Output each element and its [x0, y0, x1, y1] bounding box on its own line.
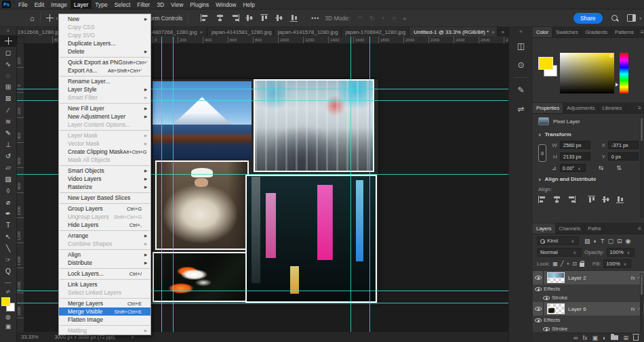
- filter-adjustment-layers-icon[interactable]: ◐: [594, 238, 597, 244]
- layer-thumbnail[interactable]: [547, 272, 565, 283]
- 3d-roll-icon[interactable]: ↻: [369, 15, 375, 22]
- tab-close-icon[interactable]: ×: [199, 29, 203, 35]
- share-button[interactable]: Share: [573, 13, 603, 24]
- filter-pixel-layers-icon[interactable]: ▨: [584, 238, 590, 244]
- new-group-icon[interactable]: [611, 335, 618, 340]
- hand-tool-icon[interactable]: ☞: [0, 254, 17, 265]
- scrollbar[interactable]: [640, 116, 643, 218]
- align-center-icon[interactable]: [552, 196, 561, 203]
- marquee-tool-icon[interactable]: ◻: [0, 47, 17, 58]
- menu-help[interactable]: Help: [239, 0, 258, 9]
- properties-tab-properties[interactable]: Properties: [533, 103, 563, 113]
- align-left-icon[interactable]: [538, 196, 547, 203]
- 3d-slide-icon[interactable]: ⊹: [392, 15, 397, 22]
- brush-tool-icon[interactable]: ✎: [0, 127, 17, 139]
- color-tab-color[interactable]: Color: [533, 27, 552, 37]
- tab-overflow-icon[interactable]: »: [498, 27, 508, 37]
- menu-image[interactable]: Image: [47, 0, 71, 9]
- menu-item-link-layers[interactable]: Link Layers: [59, 280, 150, 288]
- 3d-orbit-icon[interactable]: ◠: [357, 15, 363, 22]
- menu-filter[interactable]: Filter: [134, 0, 153, 9]
- align-top-icon[interactable]: [588, 196, 597, 203]
- visibility-toggle[interactable]: [533, 302, 544, 316]
- dock-expand-icon[interactable]: «: [519, 27, 522, 37]
- panel-menu-icon[interactable]: ≡: [635, 223, 644, 234]
- menu-item-lock-layers[interactable]: Lock Layers...Ctrl+/: [59, 270, 150, 278]
- line-tool-icon[interactable]: ╲: [0, 242, 17, 254]
- color-tab-gradients[interactable]: Gradients: [582, 27, 611, 37]
- menu-3d[interactable]: 3D: [153, 0, 167, 9]
- menu-item-flatten-image[interactable]: Flatten Image: [59, 316, 150, 324]
- document-canvas[interactable]: [153, 79, 378, 305]
- 3d-pan-icon[interactable]: +: [381, 15, 384, 22]
- color-picker-marker[interactable]: [609, 54, 613, 58]
- menu-view[interactable]: View: [167, 0, 186, 9]
- filter-shape-layers-icon[interactable]: ▢: [607, 238, 613, 244]
- crop-tool-icon[interactable]: ⊞: [0, 81, 17, 93]
- hue-slider[interactable]: [620, 53, 628, 93]
- menu-item-arrange[interactable]: Arrange▶: [59, 232, 150, 240]
- chevron-down-icon[interactable]: ∨: [639, 16, 642, 20]
- flip-vertical-icon[interactable]: ⇅: [616, 165, 622, 171]
- layer-effect-row[interactable]: Effects: [533, 316, 644, 324]
- pen-tool-icon[interactable]: ✒: [0, 208, 17, 219]
- eyedropper-tool-icon[interactable]: ∕: [0, 104, 17, 116]
- swap-colors-icon[interactable]: ⇄: [6, 288, 10, 295]
- document-tab-4[interactable]: japan-4141578_1280.jpg×: [274, 27, 342, 37]
- link-layers-icon[interactable]: ∞: [573, 335, 578, 341]
- fill-field[interactable]: 100% ∨: [603, 259, 631, 268]
- quick-mask-icon[interactable]: ◍: [5, 312, 11, 322]
- new-adjustment-layer-icon[interactable]: ◐: [603, 335, 606, 341]
- filter-type-layers-icon[interactable]: T: [601, 238, 605, 244]
- x-field[interactable]: -371 px: [608, 141, 639, 149]
- menu-item-merge-visible[interactable]: Merge VisibleShift+Ctrl+E: [59, 307, 150, 316]
- properties-tab-libraries[interactable]: Libraries: [599, 103, 626, 113]
- tool-settings-panel-icon[interactable]: ⇌: [513, 102, 529, 116]
- transform-section-header[interactable]: ∨ Transform: [533, 127, 644, 139]
- menu-item-new-layer-based-slices[interactable]: New Layer Based Slices: [59, 194, 150, 202]
- layers-tab-layers[interactable]: Layers: [533, 223, 556, 234]
- layer-row[interactable]: Layer 6fx^: [533, 302, 644, 316]
- height-field[interactable]: 2133 px: [560, 152, 590, 161]
- color-tab-patterns[interactable]: Patterns: [611, 27, 638, 37]
- layer-thumbnail[interactable]: [547, 303, 565, 314]
- align-center-icon[interactable]: [216, 14, 224, 22]
- eraser-tool-icon[interactable]: ▱: [0, 162, 17, 173]
- align-middle-icon[interactable]: [275, 14, 284, 22]
- menu-layer[interactable]: Layer: [71, 0, 92, 9]
- visibility-toggle[interactable]: [541, 293, 552, 302]
- visibility-toggle[interactable]: [541, 324, 552, 333]
- foreground-color-swatch[interactable]: [538, 57, 553, 70]
- menu-window[interactable]: Window: [212, 0, 239, 9]
- layer-style-icon[interactable]: fx: [582, 335, 587, 341]
- scrollbar[interactable]: [640, 274, 643, 333]
- menu-item-rename-layer[interactable]: Rename Layer...: [59, 77, 150, 85]
- document-tab-5[interactable]: japan-1706942_1280.jpg×: [342, 27, 410, 37]
- add-mask-icon[interactable]: ▣: [592, 335, 599, 341]
- toolbar-expand-icon[interactable]: »: [7, 27, 9, 35]
- menu-item-delete[interactable]: Delete▶: [59, 47, 150, 56]
- workspace-switcher-icon[interactable]: [627, 14, 636, 22]
- align-right-icon[interactable]: [567, 196, 576, 203]
- menu-item-export-as[interactable]: Export As...Alt+Shift+Ctrl+': [59, 66, 150, 74]
- align-right-icon[interactable]: [230, 14, 239, 22]
- menu-plugins[interactable]: Plugins: [186, 0, 212, 9]
- gradient-tool-icon[interactable]: ▨: [0, 173, 17, 185]
- filter-smart-objects-icon[interactable]: ⊡: [617, 238, 622, 244]
- properties-tab-adjustments[interactable]: Adjustments: [563, 103, 599, 113]
- foreground-color-swatch[interactable]: [1, 297, 10, 306]
- menu-edit[interactable]: Edit: [31, 0, 48, 9]
- menu-item-hide-layers[interactable]: Hide LayersCtrl+,: [59, 221, 150, 229]
- history-panel-icon[interactable]: ◫: [513, 39, 529, 54]
- y-field[interactable]: 0 px: [608, 152, 639, 161]
- menu-item-create-clipping-mask[interactable]: Create Clipping MaskAlt+Ctrl+G: [59, 148, 150, 156]
- align-top-icon[interactable]: [260, 14, 269, 22]
- align-left-icon[interactable]: [201, 14, 209, 22]
- 3d-camera-icon[interactable]: ▸: [403, 15, 407, 22]
- align-bottom-icon[interactable]: [616, 196, 625, 203]
- menu-item-merge-layers[interactable]: Merge LayersCtrl+E: [59, 299, 150, 307]
- rotation-field[interactable]: 0.00° ∨: [560, 164, 586, 172]
- menu-item-group-layers[interactable]: Group LayersCtrl+G: [59, 205, 150, 213]
- layers-tab-channels[interactable]: Channels: [556, 223, 585, 234]
- layer-effect-row[interactable]: Stroke: [533, 293, 644, 302]
